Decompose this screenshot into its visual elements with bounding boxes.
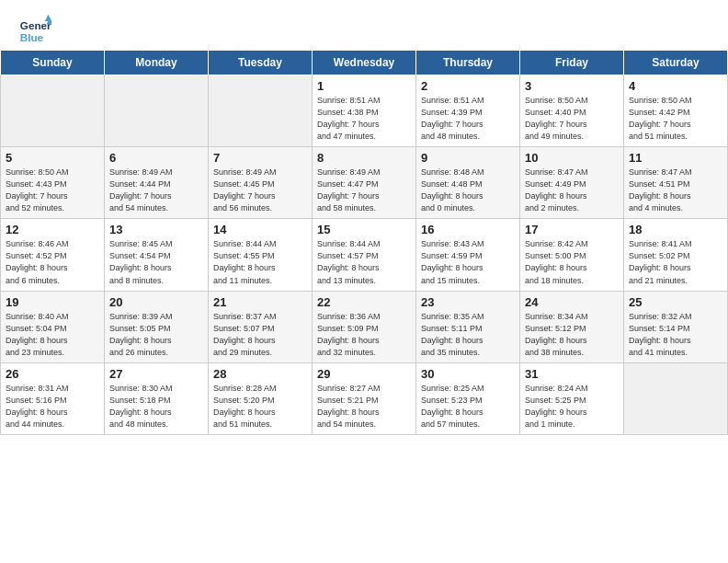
calendar-cell: 18Sunrise: 8:41 AM Sunset: 5:02 PM Dayli… bbox=[624, 219, 728, 291]
calendar-week-row: 1Sunrise: 8:51 AM Sunset: 4:38 PM Daylig… bbox=[1, 75, 728, 147]
day-number: 16 bbox=[421, 223, 515, 236]
day-number: 18 bbox=[629, 223, 722, 236]
calendar-cell: 24Sunrise: 8:34 AM Sunset: 5:12 PM Dayli… bbox=[520, 291, 624, 362]
calendar-cell: 4Sunrise: 8:50 AM Sunset: 4:42 PM Daylig… bbox=[624, 75, 728, 147]
day-number: 10 bbox=[525, 151, 619, 165]
day-info: Sunrise: 8:51 AM Sunset: 4:38 PM Dayligh… bbox=[317, 95, 411, 143]
calendar-week-row: 5Sunrise: 8:50 AM Sunset: 4:43 PM Daylig… bbox=[1, 147, 728, 219]
day-number: 9 bbox=[421, 151, 515, 165]
day-number: 24 bbox=[525, 295, 619, 309]
calendar-week-row: 26Sunrise: 8:31 AM Sunset: 5:16 PM Dayli… bbox=[1, 362, 728, 434]
calendar-cell: 29Sunrise: 8:27 AM Sunset: 5:21 PM Dayli… bbox=[313, 362, 416, 434]
calendar-cell: 31Sunrise: 8:24 AM Sunset: 5:25 PM Dayli… bbox=[520, 362, 624, 434]
day-info: Sunrise: 8:39 AM Sunset: 5:05 PM Dayligh… bbox=[109, 311, 203, 359]
day-info: Sunrise: 8:24 AM Sunset: 5:25 PM Dayligh… bbox=[525, 383, 619, 431]
calendar-week-row: 12Sunrise: 8:46 AM Sunset: 4:52 PM Dayli… bbox=[1, 219, 728, 291]
calendar-cell bbox=[1, 75, 105, 147]
logo: General Blue bbox=[18, 13, 57, 46]
day-number: 31 bbox=[525, 367, 619, 381]
calendar-cell: 9Sunrise: 8:48 AM Sunset: 4:48 PM Daylig… bbox=[416, 147, 520, 219]
day-number: 28 bbox=[213, 367, 307, 381]
day-info: Sunrise: 8:40 AM Sunset: 5:04 PM Dayligh… bbox=[6, 311, 99, 359]
day-info: Sunrise: 8:46 AM Sunset: 4:52 PM Dayligh… bbox=[6, 238, 99, 286]
calendar-cell: 22Sunrise: 8:36 AM Sunset: 5:09 PM Dayli… bbox=[313, 291, 416, 362]
calendar-cell: 21Sunrise: 8:37 AM Sunset: 5:07 PM Dayli… bbox=[209, 291, 313, 362]
day-number: 22 bbox=[317, 295, 411, 309]
logo-icon: General Blue bbox=[18, 13, 51, 46]
weekday-header-monday: Monday bbox=[105, 51, 209, 75]
day-info: Sunrise: 8:50 AM Sunset: 4:42 PM Dayligh… bbox=[629, 95, 722, 143]
day-number: 8 bbox=[317, 151, 411, 165]
day-info: Sunrise: 8:51 AM Sunset: 4:39 PM Dayligh… bbox=[421, 95, 515, 143]
day-number: 4 bbox=[629, 79, 722, 93]
calendar-cell: 16Sunrise: 8:43 AM Sunset: 4:59 PM Dayli… bbox=[416, 219, 520, 291]
weekday-header-thursday: Thursday bbox=[416, 51, 520, 75]
calendar-cell: 14Sunrise: 8:44 AM Sunset: 4:55 PM Dayli… bbox=[209, 219, 313, 291]
calendar-cell: 26Sunrise: 8:31 AM Sunset: 5:16 PM Dayli… bbox=[1, 362, 105, 434]
day-info: Sunrise: 8:47 AM Sunset: 4:49 PM Dayligh… bbox=[525, 167, 619, 214]
day-number: 25 bbox=[629, 295, 722, 309]
day-number: 14 bbox=[213, 223, 307, 236]
calendar-cell: 27Sunrise: 8:30 AM Sunset: 5:18 PM Dayli… bbox=[105, 362, 209, 434]
calendar-cell bbox=[209, 75, 313, 147]
day-number: 17 bbox=[525, 223, 619, 236]
day-info: Sunrise: 8:43 AM Sunset: 4:59 PM Dayligh… bbox=[421, 238, 515, 286]
weekday-header-wednesday: Wednesday bbox=[313, 51, 416, 75]
weekday-header-sunday: Sunday bbox=[1, 51, 105, 75]
day-number: 1 bbox=[317, 79, 411, 93]
day-number: 6 bbox=[109, 151, 203, 165]
calendar-cell bbox=[624, 362, 728, 434]
calendar-cell: 25Sunrise: 8:32 AM Sunset: 5:14 PM Dayli… bbox=[624, 291, 728, 362]
day-number: 7 bbox=[213, 151, 307, 165]
day-info: Sunrise: 8:48 AM Sunset: 4:48 PM Dayligh… bbox=[421, 167, 515, 214]
page-header: General Blue bbox=[0, 0, 728, 50]
day-number: 12 bbox=[6, 223, 99, 236]
day-info: Sunrise: 8:44 AM Sunset: 4:57 PM Dayligh… bbox=[317, 238, 411, 286]
weekday-header-friday: Friday bbox=[520, 51, 624, 75]
calendar-cell: 12Sunrise: 8:46 AM Sunset: 4:52 PM Dayli… bbox=[1, 219, 105, 291]
day-info: Sunrise: 8:28 AM Sunset: 5:20 PM Dayligh… bbox=[213, 383, 307, 431]
day-info: Sunrise: 8:32 AM Sunset: 5:14 PM Dayligh… bbox=[629, 311, 722, 359]
calendar-cell: 19Sunrise: 8:40 AM Sunset: 5:04 PM Dayli… bbox=[1, 291, 105, 362]
svg-text:Blue: Blue bbox=[20, 31, 44, 43]
calendar-cell: 13Sunrise: 8:45 AM Sunset: 4:54 PM Dayli… bbox=[105, 219, 209, 291]
calendar-week-row: 19Sunrise: 8:40 AM Sunset: 5:04 PM Dayli… bbox=[1, 291, 728, 362]
calendar-cell bbox=[105, 75, 209, 147]
day-number: 30 bbox=[421, 367, 515, 381]
weekday-header-row: SundayMondayTuesdayWednesdayThursdayFrid… bbox=[1, 51, 728, 75]
day-number: 20 bbox=[109, 295, 203, 309]
calendar-cell: 7Sunrise: 8:49 AM Sunset: 4:45 PM Daylig… bbox=[209, 147, 313, 219]
day-info: Sunrise: 8:31 AM Sunset: 5:16 PM Dayligh… bbox=[6, 383, 99, 431]
day-number: 29 bbox=[317, 367, 411, 381]
day-number: 13 bbox=[109, 223, 203, 236]
calendar-table: SundayMondayTuesdayWednesdayThursdayFrid… bbox=[0, 50, 728, 435]
calendar-cell: 11Sunrise: 8:47 AM Sunset: 4:51 PM Dayli… bbox=[624, 147, 728, 219]
day-number: 2 bbox=[421, 79, 515, 93]
day-number: 21 bbox=[213, 295, 307, 309]
calendar-cell: 23Sunrise: 8:35 AM Sunset: 5:11 PM Dayli… bbox=[416, 291, 520, 362]
day-info: Sunrise: 8:49 AM Sunset: 4:44 PM Dayligh… bbox=[109, 167, 203, 214]
day-info: Sunrise: 8:35 AM Sunset: 5:11 PM Dayligh… bbox=[421, 311, 515, 359]
day-info: Sunrise: 8:34 AM Sunset: 5:12 PM Dayligh… bbox=[525, 311, 619, 359]
day-info: Sunrise: 8:47 AM Sunset: 4:51 PM Dayligh… bbox=[629, 167, 722, 214]
calendar-cell: 2Sunrise: 8:51 AM Sunset: 4:39 PM Daylig… bbox=[416, 75, 520, 147]
day-info: Sunrise: 8:36 AM Sunset: 5:09 PM Dayligh… bbox=[317, 311, 411, 359]
day-number: 26 bbox=[6, 367, 99, 381]
day-number: 5 bbox=[6, 151, 99, 165]
calendar-cell: 17Sunrise: 8:42 AM Sunset: 5:00 PM Dayli… bbox=[520, 219, 624, 291]
day-info: Sunrise: 8:49 AM Sunset: 4:47 PM Dayligh… bbox=[317, 167, 411, 214]
day-info: Sunrise: 8:37 AM Sunset: 5:07 PM Dayligh… bbox=[213, 311, 307, 359]
calendar-cell: 20Sunrise: 8:39 AM Sunset: 5:05 PM Dayli… bbox=[105, 291, 209, 362]
calendar-cell: 15Sunrise: 8:44 AM Sunset: 4:57 PM Dayli… bbox=[313, 219, 416, 291]
day-number: 15 bbox=[317, 223, 411, 236]
day-info: Sunrise: 8:42 AM Sunset: 5:00 PM Dayligh… bbox=[525, 238, 619, 286]
weekday-header-tuesday: Tuesday bbox=[209, 51, 313, 75]
day-info: Sunrise: 8:49 AM Sunset: 4:45 PM Dayligh… bbox=[213, 167, 307, 214]
day-info: Sunrise: 8:27 AM Sunset: 5:21 PM Dayligh… bbox=[317, 383, 411, 431]
weekday-header-saturday: Saturday bbox=[624, 51, 728, 75]
calendar-cell: 8Sunrise: 8:49 AM Sunset: 4:47 PM Daylig… bbox=[313, 147, 416, 219]
day-number: 23 bbox=[421, 295, 515, 309]
day-info: Sunrise: 8:25 AM Sunset: 5:23 PM Dayligh… bbox=[421, 383, 515, 431]
calendar-cell: 28Sunrise: 8:28 AM Sunset: 5:20 PM Dayli… bbox=[209, 362, 313, 434]
calendar-cell: 1Sunrise: 8:51 AM Sunset: 4:38 PM Daylig… bbox=[313, 75, 416, 147]
